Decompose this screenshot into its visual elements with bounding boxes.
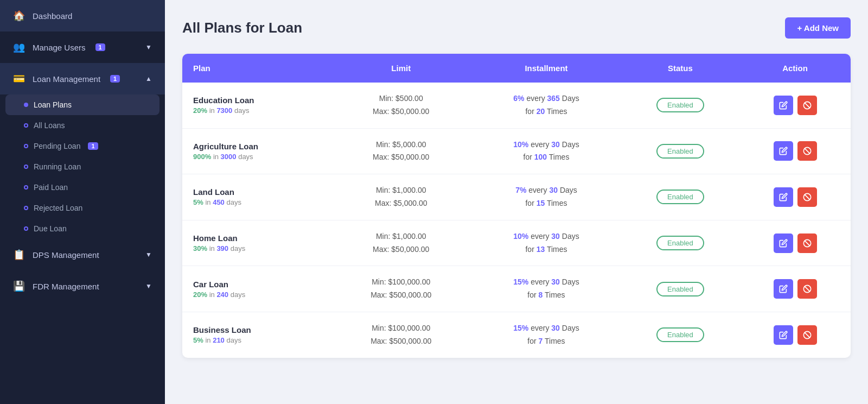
inst-for: for bbox=[525, 107, 536, 116]
inst-pct: 6% bbox=[513, 94, 524, 103]
svg-line-5 bbox=[805, 194, 809, 199]
sidebar-item-manage-users[interactable]: 👥 Manage Users 1 ▼ bbox=[0, 31, 165, 63]
dot-icon bbox=[24, 144, 28, 148]
edit-button[interactable] bbox=[774, 96, 793, 115]
inst-line2: for 20 Times bbox=[482, 105, 610, 118]
table-header-row: Plan Limit Installment Status Action bbox=[182, 54, 851, 83]
col-status: Status bbox=[621, 54, 739, 83]
loan-plans-table: Plan Limit Installment Status Action Edu… bbox=[182, 54, 851, 358]
cell-plan: Car Loan 20% in 240 days bbox=[182, 266, 330, 312]
limit-min: Min: $100,000.00 bbox=[341, 322, 461, 335]
inst-every: every bbox=[531, 324, 551, 332]
rate-days: 7300 bbox=[216, 106, 232, 115]
sidebar-item-all-loans[interactable]: All Loans bbox=[0, 115, 165, 136]
rate-text: in bbox=[213, 153, 221, 161]
edit-button[interactable] bbox=[774, 141, 793, 161]
inst-days: 30 bbox=[551, 324, 560, 332]
disable-button[interactable] bbox=[797, 279, 817, 299]
inst-every: every bbox=[528, 186, 549, 194]
sidebar-item-loan-management[interactable]: 💳 Loan Management 1 ▲ bbox=[0, 63, 165, 94]
plan-rate: 20% in 7300 days bbox=[193, 106, 320, 115]
sidebar-item-label: Loan Plans bbox=[34, 100, 72, 109]
edit-icon bbox=[779, 331, 788, 339]
cell-installment: 10% every 30 Days for 100 Times bbox=[471, 128, 621, 174]
rate-text: in bbox=[209, 244, 217, 252]
disable-button[interactable] bbox=[797, 96, 817, 115]
limit-min: Min: $100,000.00 bbox=[341, 276, 461, 289]
sidebar: 🏠 Dashboard 👥 Manage Users 1 ▼ 💳 Loan Ma… bbox=[0, 0, 165, 404]
cell-status: Enabled bbox=[621, 83, 739, 128]
page-title: All Plans for Loan bbox=[182, 20, 302, 36]
status-badge: Enabled bbox=[656, 190, 704, 204]
plan-name: Land Loan bbox=[193, 187, 320, 197]
add-new-button[interactable]: + Add New bbox=[785, 17, 851, 39]
edit-icon bbox=[779, 285, 788, 293]
edit-button[interactable] bbox=[774, 279, 793, 299]
inst-unit: Days bbox=[562, 94, 579, 103]
limit-min: Min: $500.00 bbox=[341, 92, 461, 105]
limit-min: Min: $1,000.00 bbox=[341, 230, 461, 243]
sidebar-item-paid-loan[interactable]: Paid Loan bbox=[0, 177, 165, 198]
limit-max: Max: $50,000.00 bbox=[341, 105, 461, 118]
inst-line1: 10% every 30 Days bbox=[482, 138, 610, 152]
disable-button[interactable] bbox=[797, 325, 817, 345]
action-buttons bbox=[750, 187, 840, 207]
dot-icon bbox=[24, 206, 28, 210]
inst-line2: for 7 Times bbox=[482, 335, 610, 348]
plan-rate: 5% in 210 days bbox=[193, 336, 320, 344]
sidebar-item-pending-loan[interactable]: Pending Loan 1 bbox=[0, 136, 165, 156]
edit-icon bbox=[779, 101, 788, 110]
cell-action bbox=[739, 266, 851, 312]
inst-line2: for 100 Times bbox=[482, 151, 610, 164]
plan-rate: 900% in 3000 days bbox=[193, 153, 320, 161]
edit-icon bbox=[779, 239, 788, 248]
table-row: Business Loan 5% in 210 days Min: $100,0… bbox=[182, 312, 851, 357]
inst-times-label: Times bbox=[545, 291, 565, 299]
sidebar-item-due-loan[interactable]: Due Loan bbox=[0, 218, 165, 239]
rate-days-label: days bbox=[231, 244, 245, 252]
sidebar-item-loan-plans[interactable]: Loan Plans bbox=[5, 94, 159, 115]
cell-limit: Min: $1,000.00 Max: $50,000.00 bbox=[330, 220, 471, 266]
inst-for: for bbox=[527, 337, 538, 345]
dot-icon bbox=[24, 165, 28, 169]
inst-days: 30 bbox=[551, 140, 560, 149]
inst-times: 13 bbox=[537, 245, 545, 254]
edit-button[interactable] bbox=[774, 233, 793, 253]
disable-button[interactable] bbox=[797, 141, 817, 161]
sidebar-item-fdr-management[interactable]: 💾 FDR Management ▼ bbox=[0, 270, 165, 302]
disable-button[interactable] bbox=[797, 233, 817, 253]
action-buttons bbox=[750, 141, 840, 161]
status-badge: Enabled bbox=[656, 282, 704, 296]
sidebar-item-dashboard[interactable]: 🏠 Dashboard bbox=[0, 0, 165, 31]
dot-icon bbox=[24, 185, 28, 190]
sidebar-item-running-loan[interactable]: Running Loan bbox=[0, 156, 165, 177]
chevron-up-icon: ▲ bbox=[145, 75, 152, 83]
sidebar-item-dps-management[interactable]: 📋 DPS Management ▼ bbox=[0, 239, 165, 270]
table-row: Car Loan 20% in 240 days Min: $100,000.0… bbox=[182, 266, 851, 312]
cell-action bbox=[739, 174, 851, 220]
disable-button[interactable] bbox=[797, 187, 817, 207]
action-buttons bbox=[750, 325, 840, 345]
plan-name: Education Loan bbox=[193, 96, 320, 105]
edit-button[interactable] bbox=[774, 325, 793, 345]
limit-min: Min: $5,000.00 bbox=[341, 138, 461, 152]
rate-pct: 900% bbox=[193, 153, 211, 161]
plan-rate: 5% in 450 days bbox=[193, 198, 320, 206]
sidebar-item-rejected-loan[interactable]: Rejected Loan bbox=[0, 198, 165, 218]
cell-plan: Education Loan 20% in 7300 days bbox=[182, 83, 330, 128]
inst-pct: 15% bbox=[513, 277, 528, 286]
cell-action bbox=[739, 128, 851, 174]
rate-days: 390 bbox=[216, 244, 228, 252]
cell-status: Enabled bbox=[621, 220, 739, 266]
edit-button[interactable] bbox=[774, 187, 793, 207]
rate-days: 210 bbox=[213, 336, 225, 344]
inst-line2: for 8 Times bbox=[482, 289, 610, 302]
ban-icon bbox=[803, 285, 812, 293]
ban-icon bbox=[803, 331, 812, 339]
inst-every: every bbox=[526, 94, 547, 103]
inst-days: 30 bbox=[549, 186, 558, 194]
main-content: All Plans for Loan + Add New Plan Limit … bbox=[165, 0, 868, 404]
table-body: Education Loan 20% in 7300 days Min: $50… bbox=[182, 83, 851, 358]
rate-days-label: days bbox=[231, 291, 245, 299]
sidebar-item-label: All Loans bbox=[34, 121, 65, 130]
